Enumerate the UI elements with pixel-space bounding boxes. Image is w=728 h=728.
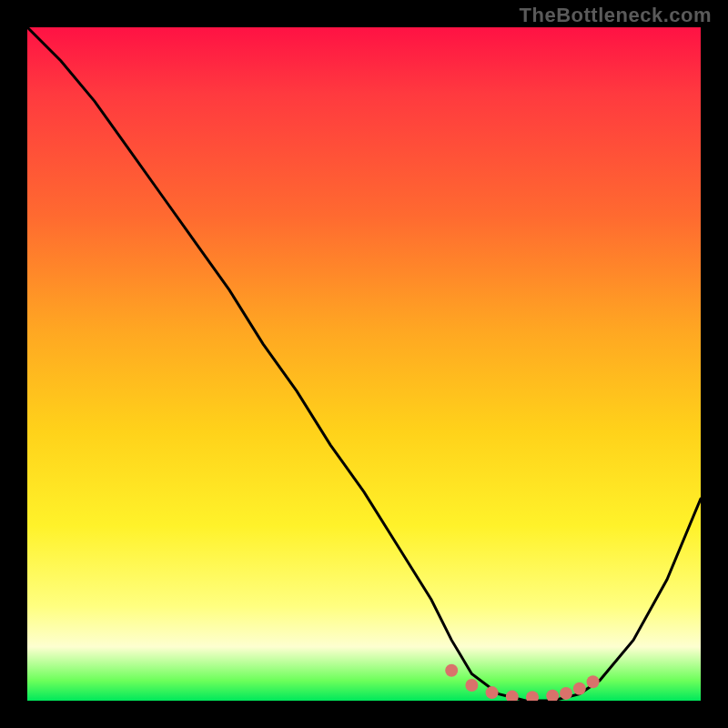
bottleneck-curve xyxy=(27,27,701,701)
highlight-dot xyxy=(546,690,559,701)
watermark-text: TheBottleneck.com xyxy=(520,4,712,27)
highlight-dot xyxy=(587,675,600,688)
chart-container: TheBottleneck.com xyxy=(0,0,728,728)
highlight-dot xyxy=(526,691,539,701)
highlight-dot xyxy=(465,679,478,692)
highlight-dot xyxy=(506,691,519,701)
curve-layer xyxy=(27,27,701,701)
highlight-dot xyxy=(486,686,499,699)
highlight-dot xyxy=(573,682,586,695)
highlight-dot xyxy=(560,687,572,700)
plot-area xyxy=(27,27,701,701)
highlight-dot xyxy=(445,664,458,677)
